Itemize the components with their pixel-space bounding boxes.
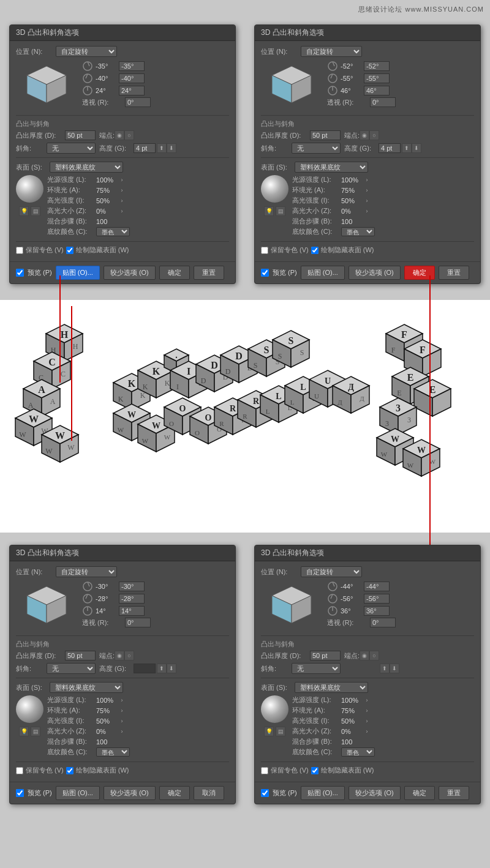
position-select-tr[interactable]: 自定旋转 [301, 46, 362, 57]
angle3-input-bl[interactable] [119, 606, 145, 616]
angle2-input-tr[interactable] [364, 73, 390, 83]
fewer-btn-br[interactable]: 较少选项 (O) [349, 786, 401, 800]
highlight-arrow-bl[interactable]: › [118, 717, 126, 725]
light-icon-tl[interactable]: 💡 [19, 206, 29, 216]
perspective-input-br[interactable] [370, 618, 396, 627]
bevel-icon1-bl[interactable]: ⬆ [157, 664, 167, 673]
preview-check-tr[interactable] [261, 269, 269, 277]
cap-icon2-bl[interactable]: ○ [124, 651, 134, 660]
shading-select-br[interactable]: 墨色 [341, 747, 375, 757]
angle1-input-bl[interactable] [119, 582, 145, 591]
height-input-tr[interactable] [379, 143, 401, 153]
ambient-arrow-tl[interactable]: › [118, 187, 126, 194]
bevel-select-br[interactable]: 无 [292, 663, 341, 674]
height-input-bl[interactable] [134, 664, 156, 673]
light-intensity-arrow-tl[interactable]: › [118, 176, 126, 184]
cap-icon1-tl[interactable]: ◉ [115, 130, 124, 140]
shading-select-bl[interactable]: 墨色 [96, 747, 130, 757]
surface-select-tr[interactable]: 塑料效果底纹 [295, 162, 368, 173]
surface-icon-br[interactable]: ▤ [276, 727, 285, 736]
draw-hidden-check-tr[interactable] [311, 247, 318, 254]
bevel-icon2-bl[interactable]: ⬇ [167, 664, 176, 673]
surface-icon-tl[interactable]: ▤ [31, 206, 40, 216]
cap-icon2-tr[interactable]: ○ [369, 130, 379, 140]
extrude-input-tl[interactable] [65, 130, 96, 140]
bevel-select-bl[interactable]: 无 [47, 663, 96, 674]
highlight-arrow-tl[interactable]: › [118, 197, 126, 204]
fewer-btn-bl[interactable]: 较少选项 (O) [104, 786, 156, 800]
light-icon-bl[interactable]: 💡 [19, 727, 29, 736]
light-intensity-arrow-br[interactable]: › [363, 697, 371, 704]
angle1-input-tr[interactable] [364, 61, 390, 71]
bevel-icon1-tr[interactable]: ⬆ [402, 143, 412, 153]
map-btn-tr[interactable]: 贴图 (O)... [301, 266, 345, 280]
highlight-arrow-br[interactable]: › [363, 717, 371, 725]
bevel-icon2-tr[interactable]: ⬇ [412, 143, 421, 153]
cancel-btn-bl[interactable]: 取消 [194, 786, 224, 800]
fewer-btn-tl[interactable]: 较少选项 (O) [104, 266, 156, 280]
surface-icon-tr[interactable]: ▤ [276, 206, 285, 216]
angle1-input-tl[interactable] [119, 61, 145, 71]
preview-check-bl[interactable] [16, 789, 24, 797]
highlight-size-arrow-tr[interactable]: › [363, 208, 371, 215]
angle3-input-tl[interactable] [119, 86, 145, 95]
fewer-btn-tr[interactable]: 较少选项 (O) [349, 266, 401, 280]
light-icon-br[interactable]: 💡 [264, 727, 274, 736]
bevel-select-tl[interactable]: 无 [47, 143, 96, 154]
preserve-check-br[interactable] [261, 767, 268, 774]
draw-hidden-check-tl[interactable] [66, 247, 74, 254]
map-btn-bl[interactable]: 贴图 (O)... [56, 786, 100, 800]
reset-btn-tl[interactable]: 重置 [194, 266, 224, 280]
ambient-arrow-bl[interactable]: › [118, 707, 126, 714]
cap-icon1-bl[interactable]: ◉ [115, 651, 124, 660]
extrude-input-tr[interactable] [310, 130, 341, 140]
light-intensity-arrow-tr[interactable]: › [363, 176, 371, 184]
extrude-input-br[interactable] [310, 651, 341, 660]
reset-btn-tr[interactable]: 重置 [439, 266, 469, 280]
map-btn-br[interactable]: 贴图 (O)... [301, 786, 345, 800]
perspective-input-tl[interactable] [125, 97, 151, 107]
ambient-arrow-tr[interactable]: › [363, 187, 371, 194]
position-select-br[interactable]: 自定旋转 [301, 566, 362, 577]
position-select[interactable]: 自定旋转 [56, 46, 117, 57]
angle3-input-tr[interactable] [364, 86, 390, 95]
surface-select-br[interactable]: 塑料效果底纹 [295, 682, 368, 693]
extrude-input-bl[interactable] [65, 651, 96, 660]
preserve-check-tr[interactable] [261, 247, 268, 254]
perspective-input-bl[interactable] [125, 618, 151, 627]
angle3-input-br[interactable] [364, 606, 390, 616]
ok-btn-tl[interactable]: 确定 [159, 266, 190, 280]
cap-icon2-br[interactable]: ○ [369, 651, 379, 660]
preserve-check-bl[interactable] [16, 767, 23, 774]
surface-icon-bl[interactable]: ▤ [31, 727, 40, 736]
highlight-size-arrow-bl[interactable]: › [118, 728, 126, 735]
surface-select-bl[interactable]: 塑料效果底纹 [50, 682, 123, 693]
shading-select-tl[interactable]: 墨色 [96, 227, 130, 236]
reset-btn-br[interactable]: 重置 [439, 786, 469, 800]
highlight-size-arrow-tl[interactable]: › [118, 208, 126, 215]
angle1-input-br[interactable] [364, 582, 390, 591]
draw-hidden-check-br[interactable] [311, 767, 318, 774]
angle2-input-bl[interactable] [119, 594, 145, 604]
position-select-bl[interactable]: 自定旋转 [56, 566, 117, 577]
bevel-icon1-br[interactable]: ⬆ [380, 664, 390, 673]
angle2-input-br[interactable] [364, 594, 390, 604]
map-btn-tl[interactable]: 贴图 (O)... [56, 266, 100, 280]
cap-icon1-br[interactable]: ◉ [360, 651, 369, 660]
bevel-select-tr[interactable]: 无 [292, 143, 341, 154]
light-icon-tr[interactable]: 💡 [264, 206, 274, 216]
angle2-input-tl[interactable] [119, 73, 145, 83]
perspective-input-tr[interactable] [370, 97, 396, 107]
height-input-tl[interactable] [134, 143, 156, 153]
bevel-icon2-br[interactable]: ⬇ [390, 664, 399, 673]
bevel-icon1-tl[interactable]: ⬆ [157, 143, 167, 153]
ambient-arrow-br[interactable]: › [363, 707, 371, 714]
preserve-check-tl[interactable] [16, 247, 23, 254]
shading-select-tr[interactable]: 墨色 [341, 227, 375, 236]
highlight-arrow-tr[interactable]: › [363, 197, 371, 204]
cap-icon2-tl[interactable]: ○ [124, 130, 134, 140]
bevel-icon2-tl[interactable]: ⬇ [167, 143, 176, 153]
cap-icon1-tr[interactable]: ◉ [360, 130, 369, 140]
preview-check-br[interactable] [261, 789, 269, 797]
ok-btn-bl[interactable]: 确定 [159, 786, 190, 800]
